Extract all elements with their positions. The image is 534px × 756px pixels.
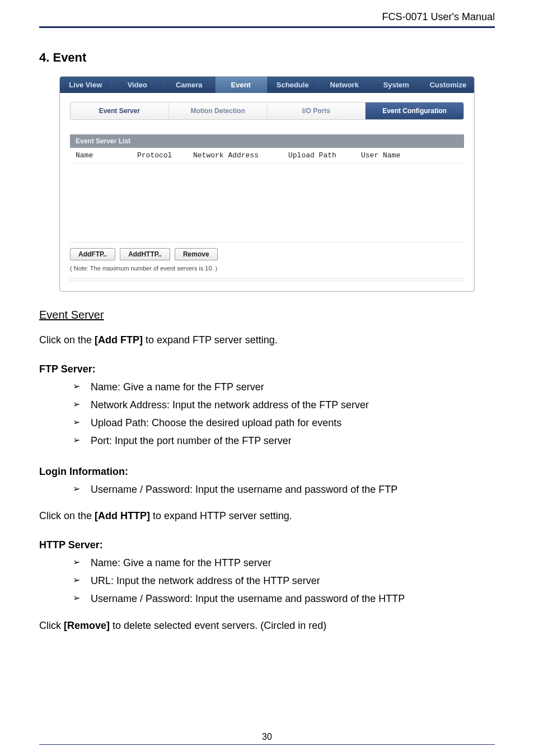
section-heading-event: 4. Event xyxy=(39,50,495,65)
event-server-list-title: Event Server List xyxy=(70,134,464,148)
tab-system[interactable]: System xyxy=(371,77,423,93)
subtab-event-server[interactable]: Event Server xyxy=(71,102,169,119)
ftp-server-list: Name: Give a name for the FTP server Net… xyxy=(39,379,495,450)
login-info-list: Username / Password: Input the username … xyxy=(39,481,495,499)
list-item: URL: Input the network address of the HT… xyxy=(73,572,495,590)
tab-live-view[interactable]: Live View xyxy=(60,77,112,93)
col-protocol: Protocol xyxy=(137,151,193,160)
tab-video[interactable]: Video xyxy=(112,77,164,93)
list-item: Username / Password: Input the username … xyxy=(73,590,495,608)
subtab-event-configuration[interactable]: Event Configuration xyxy=(366,102,463,119)
list-item: Username / Password: Input the username … xyxy=(73,481,495,499)
heading-ftp-server: FTP Server: xyxy=(39,363,495,375)
text: Click xyxy=(39,620,64,631)
add-ftp-button[interactable]: AddFTP.. xyxy=(70,248,115,260)
page-footer: 30 xyxy=(39,732,495,745)
event-server-list: Event Server List Name Protocol Network … xyxy=(70,134,464,242)
paragraph-remove: Click [Remove] to delete selected event … xyxy=(39,618,495,633)
remove-button[interactable]: Remove xyxy=(175,248,218,260)
subtab-motion-detection[interactable]: Motion Detection xyxy=(169,102,268,119)
event-subtabs: Event Server Motion Detection I/O Ports … xyxy=(70,102,464,120)
event-settings-panel: Live View Video Camera Event Schedule Ne… xyxy=(59,76,475,292)
paragraph-add-ftp: Click on the [Add FTP] to expand FTP ser… xyxy=(39,333,495,348)
col-network-address: Network Address xyxy=(193,151,288,160)
bold-add-http: [Add HTTP] xyxy=(95,510,150,521)
text: to expand HTTP server setting. xyxy=(150,510,292,521)
col-user-name: User Name xyxy=(361,151,458,160)
tab-network[interactable]: Network xyxy=(319,77,371,93)
list-item: Upload Path: Choose the desired upload p… xyxy=(73,414,495,432)
tab-customize[interactable]: Customize xyxy=(423,77,475,93)
event-server-list-body[interactable] xyxy=(70,164,464,242)
text: to delete selected event servers. (Circl… xyxy=(110,620,326,631)
main-nav-tabs: Live View Video Camera Event Schedule Ne… xyxy=(60,77,474,93)
event-server-list-header: Name Protocol Network Address Upload Pat… xyxy=(70,148,464,164)
bold-add-ftp: [Add FTP] xyxy=(95,334,143,346)
subtab-io-ports[interactable]: I/O Ports xyxy=(268,102,366,119)
list-item: Name: Give a name for the HTTP server xyxy=(73,554,495,572)
tab-camera[interactable]: Camera xyxy=(163,77,216,93)
col-upload-path: Upload Path xyxy=(288,151,361,160)
page-number: 30 xyxy=(262,732,272,741)
list-item: Name: Give a name for the FTP server xyxy=(73,379,495,396)
list-item: Network Address: Input the network addre… xyxy=(73,396,495,414)
event-server-buttons: AddFTP.. AddHTTP.. Remove xyxy=(70,248,464,260)
heading-http-server: HTTP Server: xyxy=(39,539,495,551)
header-rule xyxy=(39,26,495,28)
status-bar xyxy=(70,278,464,281)
add-http-button[interactable]: AddHTTP.. xyxy=(120,248,170,260)
heading-login-info: Login Information: xyxy=(39,466,495,478)
text: Click on the xyxy=(39,510,95,521)
bold-remove: [Remove] xyxy=(64,620,110,631)
footer-rule xyxy=(39,744,495,745)
text: Click on the xyxy=(39,334,95,346)
page-header-title: FCS-0071 User's Manual xyxy=(39,11,495,23)
event-server-note: ( Note: The maximum number of event serv… xyxy=(70,265,464,272)
http-server-list: Name: Give a name for the HTTP server UR… xyxy=(39,554,495,608)
paragraph-add-http: Click on the [Add HTTP] to expand HTTP s… xyxy=(39,508,495,524)
text: to expand FTP server setting. xyxy=(143,334,278,346)
col-name: Name xyxy=(76,151,137,160)
list-item: Port: Input the port number of the FTP s… xyxy=(73,432,495,450)
heading-event-server: Event Server xyxy=(39,309,495,321)
tab-schedule[interactable]: Schedule xyxy=(267,77,319,93)
tab-event[interactable]: Event xyxy=(216,77,268,93)
